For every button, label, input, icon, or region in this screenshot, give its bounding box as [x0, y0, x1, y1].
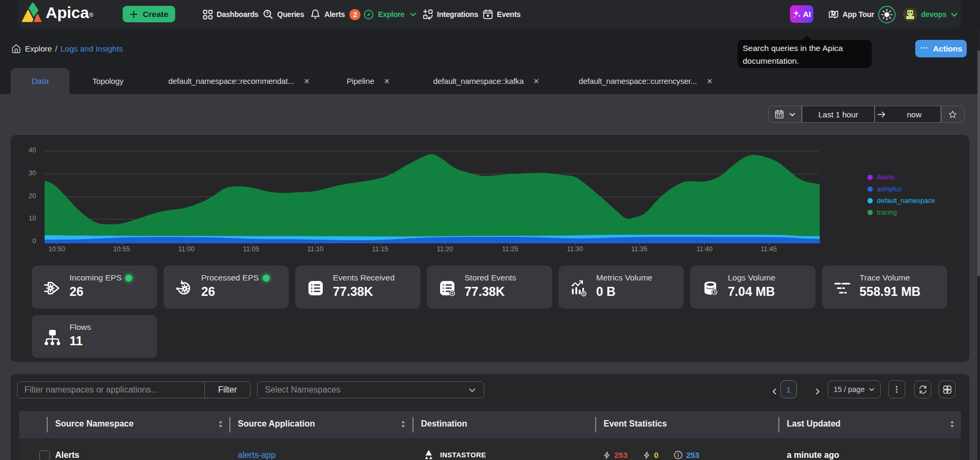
svg-text:?: ? — [266, 11, 269, 16]
svg-text:B: B — [582, 292, 584, 295]
